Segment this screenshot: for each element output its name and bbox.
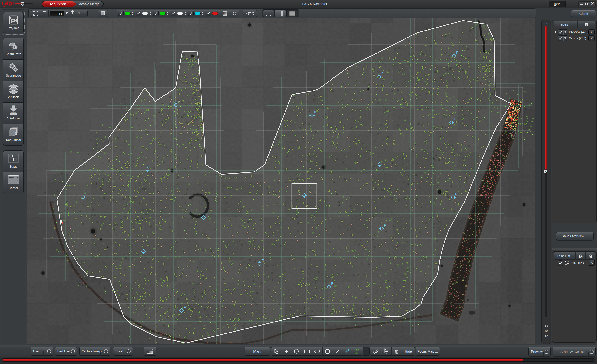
svg-text:2: 2: [15, 132, 16, 135]
svg-text:AF: AF: [355, 348, 359, 352]
svg-text:ALL: ALL: [384, 352, 388, 354]
svg-text:1: 1: [13, 134, 15, 136]
svg-text:3: 3: [17, 131, 18, 133]
svg-text:F: F: [348, 348, 350, 352]
